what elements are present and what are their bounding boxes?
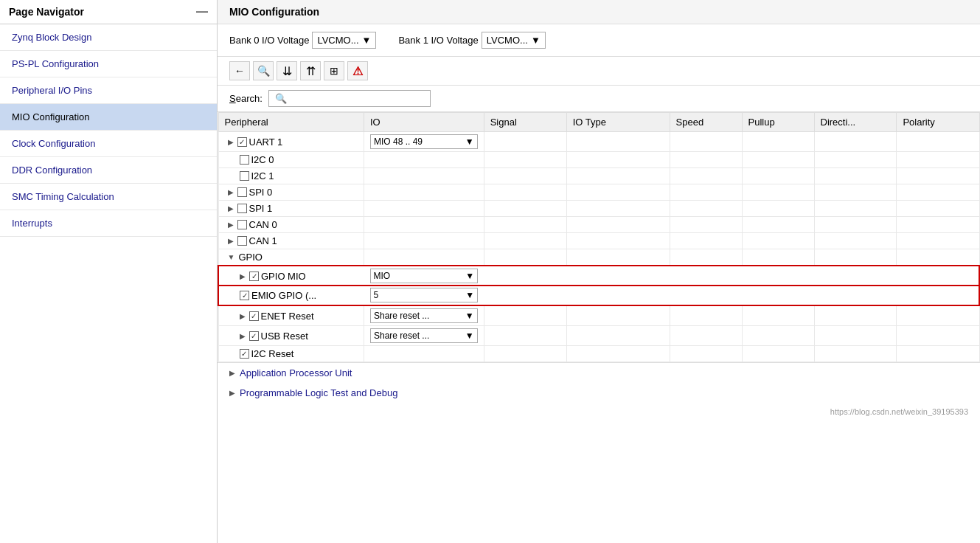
checkbox-i2c0[interactable] (240, 155, 249, 165)
checkbox-can1[interactable] (237, 236, 247, 246)
iotype-cell-spi0 (566, 184, 670, 201)
checkbox-emio-gpio[interactable] (240, 291, 249, 300)
pullup-cell-gpio-mio (742, 266, 814, 286)
collapse-all-button[interactable]: ⇊ (277, 61, 297, 80)
speed-cell-can1 (670, 233, 742, 249)
bank0-select[interactable]: LVCMO... ▼ (312, 32, 376, 49)
expand-arrow-enet-reset[interactable]: ▶ (240, 312, 246, 320)
bank1-arrow: ▼ (531, 35, 541, 46)
speed-cell-spi0 (670, 184, 742, 201)
expand-arrow-gpio-mio[interactable]: ▶ (240, 272, 246, 280)
apu-link[interactable]: Application Processor Unit (240, 367, 352, 378)
search-input-box[interactable]: 🔍 (268, 90, 431, 107)
expand-all-button[interactable]: ⇈ (300, 61, 321, 80)
table-row: ▶SPI 0 (218, 184, 979, 201)
table-row: ▶CAN 1 (218, 233, 979, 249)
checkbox-gpio-mio[interactable] (249, 272, 259, 281)
bottom-rows: ▶ Application Processor Unit ▶ Programma… (218, 362, 980, 420)
sidebar-item-interrupts[interactable]: Interrupts (0, 210, 217, 237)
expand-arrow-spi1[interactable]: ▶ (228, 204, 234, 212)
signal-cell-spi1 (484, 201, 566, 217)
table-row: ▶ENET Reset Share reset ... ▼ (218, 305, 979, 326)
expand-arrow-gpio[interactable]: ▼ (228, 253, 235, 261)
peripheral-label-emio-gpio: EMIO GPIO (... (251, 290, 316, 301)
checkbox-i2c1[interactable] (240, 171, 249, 181)
expand-arrow-usb-reset[interactable]: ▶ (240, 332, 246, 340)
table-row: I2C Reset (218, 346, 979, 362)
io-cell-i2c-reset (364, 346, 484, 362)
signal-cell-gpio-mio (484, 266, 566, 286)
sidebar-item-smc-timing[interactable]: SMC Timing Calculation (0, 184, 217, 210)
peripheral-cell-uart1: ▶UART 1 (218, 132, 364, 152)
iotype-cell-can0 (566, 217, 670, 233)
direction-cell-can1 (814, 233, 897, 249)
polarity-cell-can1 (897, 233, 979, 249)
expand-arrow-can0[interactable]: ▶ (228, 221, 234, 229)
minimize-button[interactable]: — (196, 6, 208, 18)
signal-cell-gpio (484, 249, 566, 266)
table-row: I2C 1 (218, 168, 979, 184)
sidebar-item-peripheral-io[interactable]: Peripheral I/O Pins (0, 77, 217, 104)
polarity-cell-uart1 (897, 132, 979, 152)
polarity-cell-spi1 (897, 201, 979, 217)
checkbox-can0[interactable] (237, 220, 247, 229)
bank1-select[interactable]: LVCMO... ▼ (482, 32, 546, 49)
peripheral-label-i2c0: I2C 0 (251, 154, 274, 165)
io-arrow-usb-reset: ▼ (465, 331, 474, 341)
checkbox-spi1[interactable] (237, 204, 247, 213)
search-input[interactable] (290, 93, 423, 104)
iotype-cell-can1 (566, 233, 670, 249)
io-cell-can1 (364, 233, 484, 249)
iotype-cell-enet-reset (566, 305, 670, 326)
checkbox-i2c-reset[interactable] (240, 349, 249, 359)
direction-cell-gpio (814, 249, 897, 266)
col-peripheral: Peripheral (218, 113, 364, 132)
pltd-link[interactable]: Programmable Logic Test and Debug (240, 387, 397, 398)
io-cell-emio-gpio: 5 ▼ (364, 286, 484, 305)
speed-cell-uart1 (670, 132, 742, 152)
checkbox-spi0[interactable] (237, 187, 247, 197)
peripheral-cell-emio-gpio: EMIO GPIO (... (218, 286, 364, 305)
peripheral-label-uart1: UART 1 (249, 136, 283, 148)
sidebar-item-ddr-config[interactable]: DDR Configuration (0, 157, 217, 184)
col-polarity: Polarity (897, 113, 979, 132)
table-row: ▶USB Reset Share reset ... ▼ (218, 326, 979, 346)
io-cell-spi1 (364, 201, 484, 217)
peripheral-cell-i2c-reset: I2C Reset (218, 346, 364, 362)
io-select-usb-reset[interactable]: Share reset ... ▼ (370, 328, 478, 343)
expand-arrow-uart1[interactable]: ▶ (228, 138, 234, 146)
sidebar-item-mio-config[interactable]: MIO Configuration (0, 104, 217, 131)
config-area: Bank 0 I/O Voltage LVCMO... ▼ Bank 1 I/O… (218, 24, 980, 543)
expand-arrow-spi0[interactable]: ▶ (228, 188, 234, 196)
io-select-emio-gpio[interactable]: 5 ▼ (370, 288, 479, 302)
polarity-cell-emio-gpio (897, 286, 979, 305)
peripheral-label-usb-reset: USB Reset (261, 331, 308, 342)
io-select-gpio-mio[interactable]: MIO ▼ (370, 269, 479, 283)
polarity-cell-usb-reset (897, 326, 979, 346)
polarity-cell-gpio (897, 249, 979, 266)
pullup-cell-i2c-reset (742, 346, 814, 362)
io-select-enet-reset[interactable]: Share reset ... ▼ (370, 308, 478, 323)
search-button[interactable]: 🔍 (253, 61, 274, 80)
fit-button[interactable]: ⊞ (324, 61, 344, 80)
sidebar-item-clock-config[interactable]: Clock Configuration (0, 131, 217, 157)
direction-cell-emio-gpio (814, 286, 897, 305)
sidebar-nav: Zynq Block DesignPS-PL ConfigurationPeri… (0, 24, 217, 543)
speed-cell-spi1 (670, 201, 742, 217)
peripheral-label-gpio-mio: GPIO MIO (261, 271, 306, 282)
sidebar-item-zynq-block[interactable]: Zynq Block Design (0, 24, 217, 51)
pullup-cell-usb-reset (742, 326, 814, 346)
iotype-cell-spi1 (566, 201, 670, 217)
checkbox-enet-reset[interactable] (249, 311, 259, 321)
sidebar-item-ps-pl[interactable]: PS-PL Configuration (0, 51, 217, 77)
checkbox-usb-reset[interactable] (249, 331, 259, 341)
back-button[interactable]: ← (229, 61, 250, 80)
expand-arrow-can1[interactable]: ▶ (228, 237, 234, 245)
checkbox-uart1[interactable] (237, 137, 247, 147)
sidebar-title: Page Navigator (9, 6, 84, 18)
signal-cell-can0 (484, 217, 566, 233)
io-select-uart1[interactable]: MIO 48 .. 49 ▼ (370, 134, 478, 149)
error-button[interactable]: ⚠ (347, 61, 368, 80)
signal-cell-emio-gpio (484, 286, 566, 305)
peripheral-cell-can1: ▶CAN 1 (218, 233, 364, 249)
